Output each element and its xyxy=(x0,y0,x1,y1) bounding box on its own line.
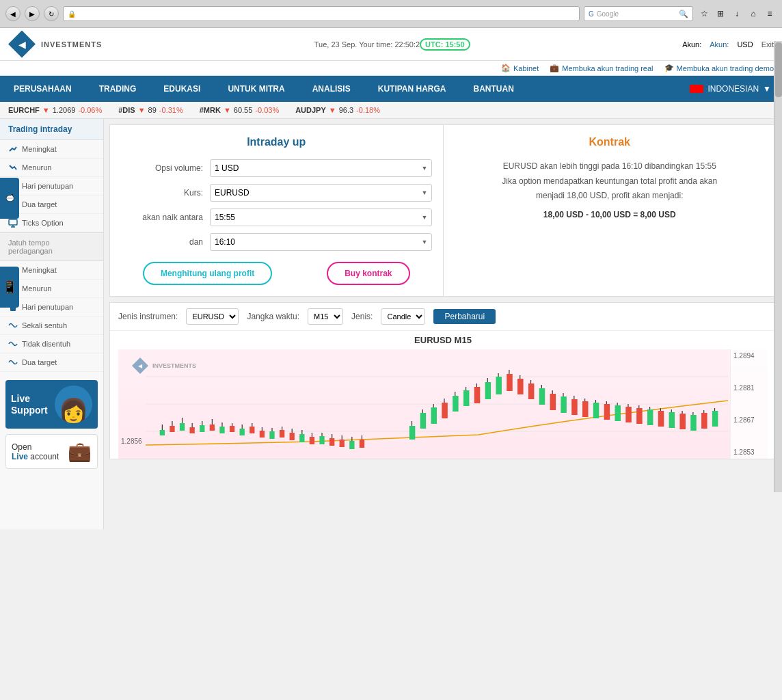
instrument-select[interactable]: EURUSD xyxy=(186,308,239,325)
sidebar-sekali-sentuh[interactable]: Sekali sentuh xyxy=(0,317,103,335)
kurs-label: Kurs: xyxy=(121,188,210,198)
sidebar-menurun1[interactable]: Menurun xyxy=(0,159,103,177)
ticker-symbol: #MRK xyxy=(200,106,221,114)
svg-rect-45 xyxy=(340,440,345,447)
ticker-dis: #DIS ▼ 89 -0.31% xyxy=(118,106,183,114)
utc-badge: UTC: 15:50 xyxy=(420,38,470,51)
ticker-change: -0.18% xyxy=(356,106,380,114)
chart-title: EURUSD M15 xyxy=(110,331,776,349)
svg-rect-29 xyxy=(260,431,265,438)
opsi-volume-select[interactable]: 1 USD 2 USD 5 USD xyxy=(210,159,432,177)
svg-rect-55 xyxy=(431,407,437,424)
id-flag xyxy=(690,85,703,93)
forward-button[interactable]: ▶ xyxy=(25,6,40,21)
buka-real-link[interactable]: 💼 Membuka akun trading real xyxy=(550,64,653,72)
nav-edukasi[interactable]: EDUKASI xyxy=(150,76,214,102)
svg-rect-101 xyxy=(679,414,686,429)
back-button[interactable]: ◀ xyxy=(5,6,21,21)
price-label-4: 1.2853 xyxy=(733,448,765,456)
recalc-button[interactable]: Menghitung ulang profit xyxy=(143,262,272,285)
kurs-select[interactable]: EURUSD GBPUSD xyxy=(210,184,432,202)
nav-bantuan[interactable]: BANTUAN xyxy=(460,76,528,102)
time1-select[interactable]: 15:55 16:00 xyxy=(210,208,432,226)
svg-rect-59 xyxy=(453,396,459,412)
opsi-volume-select-wrap: 1 USD 2 USD 5 USD xyxy=(210,159,432,177)
svg-rect-13 xyxy=(180,423,185,431)
wave2-icon xyxy=(8,321,18,330)
wave4-icon xyxy=(8,358,18,367)
download-icon[interactable]: ↓ xyxy=(730,7,744,21)
main-content: Trading intraday Meningkat Menurun Hari … xyxy=(0,119,782,529)
reload-button[interactable]: ↻ xyxy=(44,6,59,21)
ticker-arrow: ▼ xyxy=(42,106,50,114)
time2-select[interactable]: 16:10 16:15 xyxy=(210,233,432,251)
exit-link[interactable]: Exit xyxy=(761,40,774,49)
buy-button[interactable]: Buy kontrak xyxy=(327,262,409,285)
scrollbar[interactable] xyxy=(774,41,782,492)
sidebar-dua-target2[interactable]: Dua target xyxy=(0,353,103,372)
nav-trading[interactable]: TRADING xyxy=(85,76,150,102)
dan-label: dan xyxy=(121,237,210,247)
floating-phone-button[interactable]: 📱 xyxy=(0,267,19,308)
timeframe-label: Jangka waktu: xyxy=(247,312,299,321)
svg-rect-31 xyxy=(269,431,274,439)
sub-links-bar: 🏠 Kabinet 💼 Membuka akun trading real 🎓 … xyxy=(0,61,782,76)
price-label-high: 1.2894 xyxy=(733,352,765,360)
svg-rect-75 xyxy=(539,388,545,405)
timeframe-select[interactable]: M15 M1 M5 xyxy=(308,308,343,325)
svg-rect-77 xyxy=(550,394,556,410)
svg-rect-87 xyxy=(604,404,610,420)
nav-language[interactable]: INDONESIAN ▼ xyxy=(679,76,782,102)
floating-chat-button[interactable]: 💬 xyxy=(0,178,19,219)
bookmarks-icon[interactable]: ☆ xyxy=(697,7,711,21)
open-account-box[interactable]: Open Live account 💼 xyxy=(5,434,98,469)
nav-perusahaan[interactable]: PERUSAHAAN xyxy=(0,76,85,102)
trending-up-icon xyxy=(8,144,18,154)
perbaharui-button[interactable]: Perbaharui xyxy=(433,309,496,324)
nav-untuk-mitra[interactable]: UNTUK MITRA xyxy=(214,76,298,102)
open-account-text: Open Live account xyxy=(12,442,59,461)
svg-rect-37 xyxy=(299,434,304,442)
kurs-select-wrap: EURUSD GBPUSD xyxy=(210,184,432,202)
ticker-arrow: ▼ xyxy=(138,106,146,114)
live-support-box[interactable]: LiveSupport 👩 xyxy=(5,380,98,429)
bookmark-manager-icon[interactable]: ⊞ xyxy=(714,7,727,21)
svg-rect-107 xyxy=(712,411,718,427)
svg-rect-17 xyxy=(200,425,204,432)
type-select[interactable]: Candle Line Bar xyxy=(381,308,425,325)
sidebar-meningkat1[interactable]: Meningkat xyxy=(0,140,103,159)
kurs-row: Kurs: EURUSD GBPUSD xyxy=(121,184,432,202)
kontrak-title: Kontrak xyxy=(455,136,766,148)
price-label-2: 1.2881 xyxy=(733,384,765,392)
menu-icon[interactable]: ≡ xyxy=(763,7,777,21)
svg-rect-97 xyxy=(658,411,664,427)
ticker-price: 89 xyxy=(148,106,157,114)
svg-rect-89 xyxy=(615,405,621,421)
form-right: Kontrak EURUSD akan lebih tinggi pada 16… xyxy=(443,125,777,296)
ticker-price: 60.55 xyxy=(234,106,253,114)
svg-rect-95 xyxy=(647,409,653,425)
chart-price-labels: 1.2894 1.2881 1.2867 1.2853 xyxy=(730,349,768,459)
svg-rect-51 xyxy=(409,426,416,440)
monitor-icon xyxy=(8,218,18,228)
nav-analisis[interactable]: ANALISIS xyxy=(299,76,364,102)
kabinet-link[interactable]: 🏠 Kabinet xyxy=(501,64,539,72)
scrollbar-thumb[interactable] xyxy=(775,42,782,97)
top-right: Akun: Akun: USD Exit xyxy=(682,40,774,49)
top-center-datetime: Tue, 23 Sep. Your time: 22:50:2UTC: 15:5… xyxy=(102,38,682,51)
search-bar[interactable]: G Google 🔍 xyxy=(584,6,693,21)
sidebar-tidak-disentuh[interactable]: Tidak disentuh xyxy=(0,335,103,353)
buka-demo-link[interactable]: 🎓 Membuka akun trading demo xyxy=(664,64,774,72)
ticker-change: -0.31% xyxy=(159,106,183,114)
home-icon[interactable]: ⌂ xyxy=(746,7,760,21)
ticker-change: -0.03% xyxy=(255,106,279,114)
chart-left-price: 1.2856 xyxy=(121,438,142,445)
ticker-arrow: ▼ xyxy=(224,106,231,114)
address-bar[interactable]: 🔒 xyxy=(63,6,580,21)
ticker-eurchf: EURCHF ▼ 1.2069 -0.06% xyxy=(8,106,102,114)
akun-label2[interactable]: Akun: xyxy=(710,40,729,49)
svg-rect-103 xyxy=(690,415,697,431)
nav-kutipan-harga[interactable]: KUTIPAN HARGA xyxy=(364,76,460,102)
svg-rect-65 xyxy=(485,382,491,399)
svg-rect-27 xyxy=(250,427,254,433)
